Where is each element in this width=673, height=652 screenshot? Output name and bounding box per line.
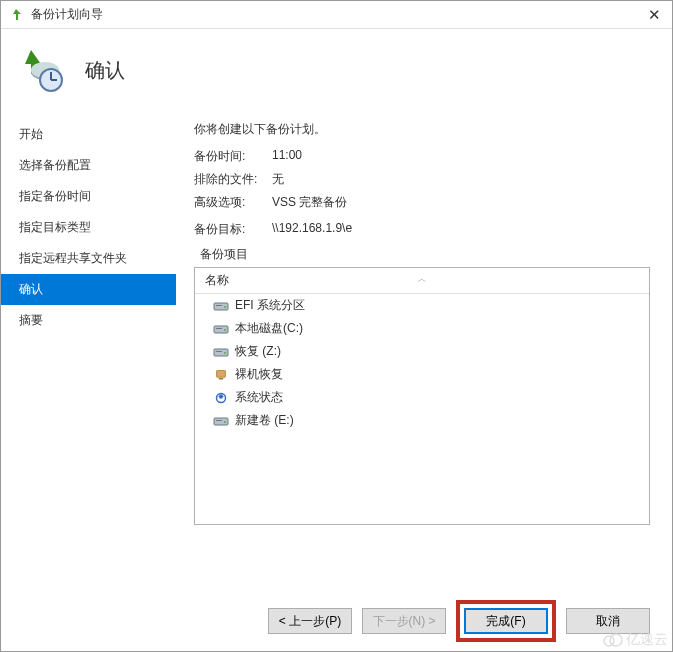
drive-icon — [213, 345, 229, 359]
sidebar-item-1[interactable]: 选择备份配置 — [1, 150, 176, 181]
highlight-box: 完成(F) — [456, 600, 556, 642]
sidebar-item-4[interactable]: 指定远程共享文件夹 — [1, 243, 176, 274]
list-item-label: 新建卷 (E:) — [235, 412, 294, 429]
drive-icon — [213, 414, 229, 428]
footer: < 上一步(P) 下一步(N) > 完成(F) 取消 — [1, 591, 672, 651]
list-item-label: 本地磁盘(C:) — [235, 320, 303, 337]
sort-caret-icon: ︿ — [417, 272, 427, 286]
value-exclude: 无 — [272, 171, 650, 188]
listbox-header[interactable]: 名称 ︿ — [195, 268, 649, 294]
sidebar: 开始选择备份配置指定备份时间指定目标类型指定远程共享文件夹确认摘要 — [1, 111, 176, 581]
svg-point-21 — [610, 634, 622, 646]
value-advanced: VSS 完整备份 — [272, 194, 650, 211]
sidebar-item-2[interactable]: 指定备份时间 — [1, 181, 176, 212]
app-icon — [9, 7, 25, 23]
listbox-header-name: 名称 — [205, 272, 229, 289]
intro-text: 你将创建以下备份计划。 — [194, 121, 650, 138]
bare-icon — [213, 368, 229, 382]
sidebar-item-3[interactable]: 指定目标类型 — [1, 212, 176, 243]
svg-point-7 — [224, 306, 226, 308]
svg-rect-8 — [214, 326, 228, 333]
backup-items-label: 备份项目 — [200, 246, 650, 263]
field-advanced: 高级选项: VSS 完整备份 — [194, 194, 650, 211]
wizard-header: 确认 — [1, 29, 672, 111]
label-advanced: 高级选项: — [194, 194, 272, 211]
label-backup-time: 备份时间: — [194, 148, 272, 165]
page-title: 确认 — [85, 57, 125, 84]
svg-rect-15 — [219, 378, 224, 380]
svg-rect-5 — [214, 303, 228, 310]
svg-rect-17 — [214, 418, 228, 425]
label-exclude: 排除的文件: — [194, 171, 272, 188]
close-button[interactable]: ✕ — [644, 5, 664, 25]
list-item[interactable]: EFI 系统分区 — [195, 294, 649, 317]
content-panel: 你将创建以下备份计划。 备份时间: 11:00 排除的文件: 无 高级选项: V… — [176, 111, 672, 581]
sidebar-item-5[interactable]: 确认 — [1, 274, 176, 305]
list-item-label: EFI 系统分区 — [235, 297, 305, 314]
previous-button[interactable]: < 上一步(P) — [268, 608, 352, 634]
value-backup-time: 11:00 — [272, 148, 650, 165]
header-icon — [19, 46, 67, 94]
drive-icon — [213, 322, 229, 336]
list-item[interactable]: 裸机恢复 — [195, 363, 649, 386]
wizard-window: 备份计划向导 ✕ 确认 开始选择备份配置指定备份时间指定目标类型指定远程共享文件… — [0, 0, 673, 652]
svg-rect-9 — [216, 328, 222, 329]
list-item[interactable]: 恢复 (Z:) — [195, 340, 649, 363]
svg-rect-11 — [214, 349, 228, 356]
list-item[interactable]: 系统状态 — [195, 386, 649, 409]
wizard-body: 开始选择备份配置指定备份时间指定目标类型指定远程共享文件夹确认摘要 你将创建以下… — [1, 111, 672, 581]
field-target: 备份目标: \\192.168.1.9\e — [194, 221, 650, 238]
titlebar: 备份计划向导 ✕ — [1, 1, 672, 29]
svg-point-13 — [224, 352, 226, 354]
svg-rect-14 — [217, 370, 226, 377]
svg-rect-18 — [216, 420, 222, 421]
system-icon — [213, 391, 229, 405]
list-item-label: 恢复 (Z:) — [235, 343, 281, 360]
value-target: \\192.168.1.9\e — [272, 221, 650, 238]
watermark: 亿速云 — [603, 631, 668, 649]
watermark-text: 亿速云 — [626, 631, 668, 649]
window-title: 备份计划向导 — [31, 6, 644, 23]
list-item-label: 系统状态 — [235, 389, 283, 406]
list-item-label: 裸机恢复 — [235, 366, 283, 383]
backup-items-listbox[interactable]: 名称 ︿ EFI 系统分区本地磁盘(C:)恢复 (Z:)裸机恢复系统状态新建卷 … — [194, 267, 650, 525]
field-exclude: 排除的文件: 无 — [194, 171, 650, 188]
list-item[interactable]: 新建卷 (E:) — [195, 409, 649, 432]
label-target: 备份目标: — [194, 221, 272, 238]
svg-rect-12 — [216, 351, 222, 352]
field-backup-time: 备份时间: 11:00 — [194, 148, 650, 165]
svg-rect-6 — [216, 305, 222, 306]
svg-point-10 — [224, 329, 226, 331]
next-button: 下一步(N) > — [362, 608, 446, 634]
drive-icon — [213, 299, 229, 313]
svg-point-19 — [224, 421, 226, 423]
sidebar-item-0[interactable]: 开始 — [1, 119, 176, 150]
finish-button[interactable]: 完成(F) — [464, 608, 548, 634]
list-item[interactable]: 本地磁盘(C:) — [195, 317, 649, 340]
sidebar-item-6[interactable]: 摘要 — [1, 305, 176, 336]
